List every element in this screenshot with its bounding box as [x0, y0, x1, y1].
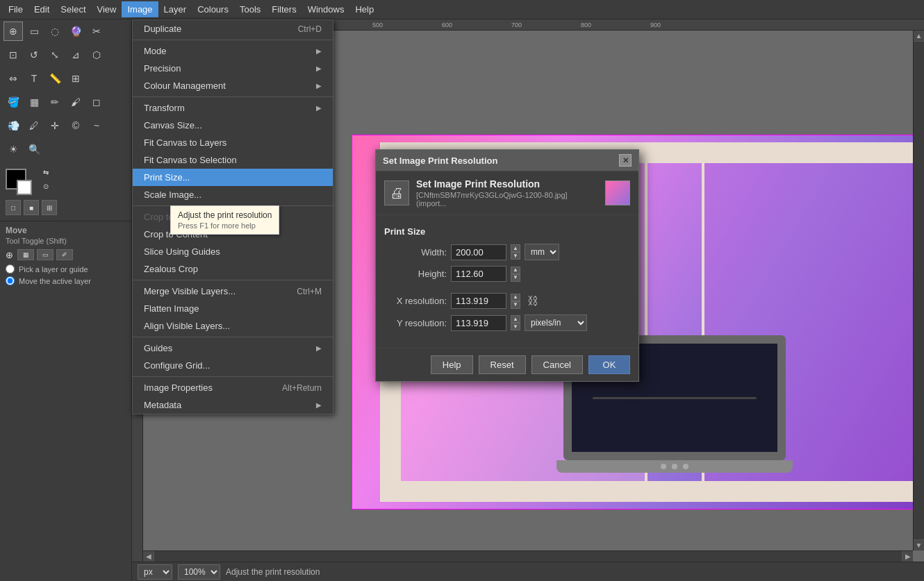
cancel-button[interactable]: Cancel [531, 355, 583, 374]
width-spin-up[interactable]: ▲ [511, 244, 520, 252]
pick-layer-radio[interactable] [6, 264, 15, 273]
menu-slice-guides[interactable]: Slice Using Guides [133, 243, 333, 260]
menu-layer[interactable]: Layer [158, 1, 192, 17]
dialog-title-text: Set Image Print Resolution [383, 155, 497, 166]
height-input[interactable] [451, 266, 506, 282]
tool-measure[interactable]: 📏 [45, 69, 65, 88]
tool-perspective[interactable]: ⬡ [87, 45, 106, 65]
menu-file[interactable]: File [3, 1, 28, 17]
tool-gradient[interactable]: ▦ [24, 92, 44, 112]
tool-align[interactable]: ⊞ [66, 69, 85, 88]
y-res-spin-up[interactable]: ▲ [511, 315, 520, 323]
menu-view[interactable]: View [92, 1, 122, 17]
move-layer-btn[interactable]: ▦ [17, 249, 34, 260]
menu-configure-grid[interactable]: Configure Grid... [133, 357, 333, 374]
y-resolution-row: Y resolution: ▲ ▼ pixels/in pixels/mm pi… [384, 314, 630, 331]
tool-free-select[interactable]: ◌ [45, 22, 65, 41]
zoom-selector[interactable]: 100% 50% 200% [178, 564, 220, 580]
menu-tools[interactable]: Tools [234, 1, 266, 17]
menu-colours[interactable]: Colours [192, 1, 234, 17]
tool-airbrush[interactable]: 💨 [3, 116, 23, 135]
y-res-spin-down[interactable]: ▼ [511, 323, 520, 330]
menu-windows[interactable]: Windows [302, 1, 350, 17]
x-res-spin-up[interactable]: ▲ [511, 294, 520, 301]
menu-mode[interactable]: Mode [133, 42, 333, 60]
menu-edit[interactable]: Edit [28, 1, 55, 17]
tool-rotate[interactable]: ↺ [24, 45, 44, 65]
dialog-header-subtitle: [CNftmSBM7mrKyG3GLoQjwG-1200-80.jpg] (im… [416, 191, 598, 208]
tool-smudge[interactable]: ~ [87, 116, 106, 135]
menu-duplicate[interactable]: Duplicate Ctrl+D [133, 20, 333, 37]
move-selection-btn[interactable]: ▭ [37, 249, 53, 260]
menu-colour-management[interactable]: Colour Management [133, 77, 333, 94]
tool-scissor[interactable]: ✂ [87, 22, 106, 41]
foreground-color[interactable] [6, 169, 26, 190]
menu-sep-5 [133, 337, 333, 337]
reset-colors[interactable]: ⊙ [40, 180, 51, 192]
menu-zealous-crop[interactable]: Zealous Crop [133, 260, 333, 278]
x-res-spin-down[interactable]: ▼ [511, 301, 520, 309]
move-label: Tool Toggle (Shift) [6, 237, 67, 245]
tool-text[interactable]: T [24, 69, 44, 88]
tool-move[interactable]: ⊕ [3, 22, 23, 41]
tool-heal[interactable]: ✛ [45, 116, 65, 135]
menu-merge-layers[interactable]: Merge Visible Layers... Ctrl+M [133, 283, 333, 300]
tool-fuzzy-select[interactable]: 🔮 [66, 22, 85, 41]
scrollbar-vertical[interactable]: ▲ ▼ [913, 31, 924, 550]
menu-guides[interactable]: Guides [133, 339, 333, 357]
ok-button[interactable]: OK [588, 355, 630, 374]
tool-bucket[interactable]: 🪣 [3, 92, 23, 112]
tool-shear[interactable]: ⊿ [66, 45, 85, 65]
scrollbar-horizontal[interactable]: ◀ ▶ [143, 550, 913, 562]
menu-canvas-size[interactable]: Canvas Size... [133, 117, 333, 134]
menu-image-properties[interactable]: Image Properties Alt+Return [133, 379, 333, 396]
print-resolution-dialog: Set Image Print Resolution ✕ 🖨 Set Image… [375, 149, 639, 382]
menu-transform[interactable]: Transform [133, 99, 333, 117]
height-spin-down[interactable]: ▼ [511, 274, 520, 282]
height-spin-up[interactable]: ▲ [511, 267, 520, 274]
move-active-radio[interactable] [6, 276, 15, 285]
move-path-btn[interactable]: ✐ [56, 249, 73, 260]
tool-crop[interactable]: ⊡ [3, 45, 23, 65]
menu-image[interactable]: Image [122, 1, 158, 17]
tool-ink[interactable]: 🖊 [24, 116, 44, 135]
tool-eraser[interactable]: ◻ [87, 92, 106, 112]
tool-dodge[interactable]: ☀ [3, 140, 23, 159]
size-unit-select[interactable]: mm cm in px [525, 244, 559, 260]
chain-icon[interactable]: ⛓ [525, 295, 541, 308]
y-resolution-input[interactable] [451, 315, 506, 331]
swap-colors[interactable]: ⇆ [40, 167, 51, 178]
tool-scale[interactable]: ⤡ [45, 45, 65, 65]
reset-button[interactable]: Reset [479, 355, 526, 374]
menubar: File Edit Select View Image Layer Colour… [0, 0, 924, 19]
resolution-unit-select[interactable]: pixels/in pixels/mm pixels/cm [525, 314, 587, 331]
y-res-label: Y resolution: [384, 318, 447, 328]
menu-scale-image[interactable]: Scale Image... [133, 186, 333, 203]
width-input[interactable] [451, 244, 506, 260]
menu-fit-canvas-selection[interactable]: Fit Canvas to Selection [133, 151, 333, 169]
tool-clone[interactable]: © [66, 116, 85, 135]
x-resolution-input[interactable] [451, 293, 506, 309]
menu-precision[interactable]: Precision [133, 60, 333, 77]
menu-align-layers[interactable]: Align Visible Layers... [133, 317, 333, 335]
screen-mode-icon[interactable]: ⊞ [42, 200, 57, 215]
menu-select[interactable]: Select [55, 1, 91, 17]
help-button[interactable]: Help [431, 355, 473, 374]
menu-flatten-image[interactable]: Flatten Image [133, 300, 333, 317]
menu-metadata[interactable]: Metadata [133, 396, 333, 414]
menu-help[interactable]: Help [349, 1, 379, 17]
menu-print-size[interactable]: Print Size... [133, 169, 333, 186]
tool-brush[interactable]: 🖌 [66, 92, 85, 112]
tool-pencil[interactable]: ✏ [45, 92, 65, 112]
mask-mode-icon[interactable]: ■ [24, 200, 39, 215]
unit-selector[interactable]: px mm cm in [138, 564, 172, 580]
menu-fit-canvas-layers[interactable]: Fit Canvas to Layers [133, 134, 333, 151]
normal-mode-icon[interactable]: □ [6, 200, 21, 215]
tool-zoom[interactable]: 🔍 [24, 140, 44, 159]
tool-rect-select[interactable]: ▭ [24, 22, 44, 41]
move-active-label: Move the active layer [19, 277, 91, 285]
tool-flip[interactable]: ⇔ [3, 69, 23, 88]
menu-filters[interactable]: Filters [266, 1, 302, 17]
width-spin-down[interactable]: ▼ [511, 252, 520, 260]
dialog-close-button[interactable]: ✕ [619, 154, 632, 167]
